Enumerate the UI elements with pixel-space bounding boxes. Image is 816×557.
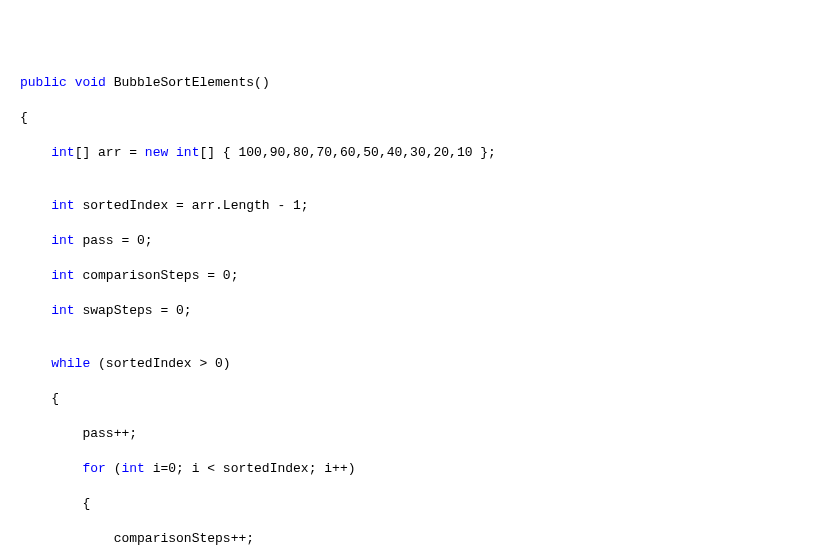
token-kw: while [51,356,90,371]
token-kw: for [82,461,105,476]
token-kw: int [51,303,74,318]
token-punc: { [51,391,59,406]
token-kw: new [145,145,168,160]
indent [20,356,51,371]
token-sp [106,75,114,90]
code-line[interactable]: pass++; [8,425,808,443]
token-ident: sortedIndex = arr.Length - 1; [75,198,309,213]
token-kw: int [121,461,144,476]
code-line[interactable]: while (sortedIndex > 0) [8,355,808,373]
code-line[interactable]: public void BubbleSortElements() [8,74,808,92]
indent [20,461,82,476]
token-kw: int [176,145,199,160]
token-punc: { [82,496,90,511]
indent [20,198,51,213]
token-punc: { [20,110,28,125]
token-sp [67,75,75,90]
token-ident: ( [106,461,122,476]
indent [20,391,51,406]
code-line[interactable]: int sortedIndex = arr.Length - 1; [8,197,808,215]
token-ident: comparisonSteps++; [114,531,254,546]
token-ident: (sortedIndex > 0) [90,356,230,371]
token-kw: public [20,75,67,90]
indent [20,233,51,248]
code-line[interactable]: int[] arr = new int[] { 100,90,80,70,60,… [8,144,808,162]
code-line[interactable]: int comparisonSteps = 0; [8,267,808,285]
code-line[interactable]: int pass = 0; [8,232,808,250]
token-sp [168,145,176,160]
token-kw: int [51,145,74,160]
code-line[interactable]: comparisonSteps++; [8,530,808,548]
indent [20,531,114,546]
indent [20,145,51,160]
token-ident: [] arr = [75,145,145,160]
token-kw: int [51,198,74,213]
indent [20,303,51,318]
indent [20,268,51,283]
indent [20,496,82,511]
code-line[interactable]: for (int i=0; i < sortedIndex; i++) [8,460,808,478]
code-line[interactable]: int swapSteps = 0; [8,302,808,320]
code-line[interactable]: { [8,390,808,408]
token-kw: void [75,75,106,90]
token-kw: int [51,268,74,283]
code-line[interactable]: { [8,495,808,513]
token-ident: [] { 100,90,80,70,60,50,40,30,20,10 }; [199,145,495,160]
token-ident: pass = 0; [75,233,153,248]
token-kw: int [51,233,74,248]
token-ident: i=0; i < sortedIndex; i++) [145,461,356,476]
token-ident: comparisonSteps = 0; [75,268,239,283]
token-ident: pass++; [82,426,137,441]
token-ident: swapSteps = 0; [75,303,192,318]
token-ident: BubbleSortElements() [114,75,270,90]
code-line[interactable]: { [8,109,808,127]
code-editor[interactable]: public void BubbleSortElements() { int[]… [8,74,808,557]
indent [20,426,82,441]
